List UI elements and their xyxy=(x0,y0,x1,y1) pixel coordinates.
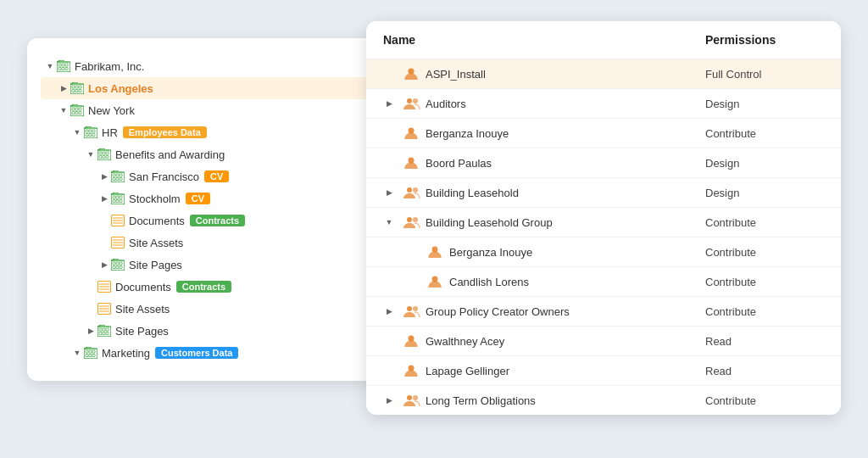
tree-item-stockholm[interactable]: ▶ StockholmCV xyxy=(41,187,370,209)
tree-label: Fabrikam, Inc. xyxy=(75,60,144,73)
permission-row[interactable]: ▶ Building LeaseholdDesign xyxy=(366,178,841,208)
tree-toggle[interactable]: ▶ xyxy=(98,193,110,204)
tree-toggle[interactable]: ▶ xyxy=(98,259,110,271)
perm-row-toggle[interactable]: ▶ xyxy=(383,99,395,108)
tree-label: Marketing xyxy=(102,347,150,360)
perm-name-text: ASPI_Install xyxy=(426,68,486,81)
tree-panel: ▼ Fabrikam, Inc.▶ Los Angeles▼ New York▼ xyxy=(27,38,383,381)
tree-item-fabrikam[interactable]: ▼ Fabrikam, Inc. xyxy=(41,55,370,77)
tree-toggle[interactable]: ▼ xyxy=(85,148,97,160)
permission-row[interactable]: Berganza InouyeContribute xyxy=(366,119,841,148)
perm-row-toggle[interactable]: ▼ xyxy=(383,218,395,226)
tree-label: Site Pages xyxy=(129,259,182,271)
tree-label: San Francisco xyxy=(129,170,199,183)
permissions-column-header: Permissions xyxy=(705,33,824,47)
tree-toggle[interactable]: ▼ xyxy=(71,126,83,138)
perm-row-toggle[interactable]: ▶ xyxy=(383,188,395,197)
folder-grid-icon xyxy=(70,81,85,95)
tree-item-hr[interactable]: ▼ HREmployees Data xyxy=(41,121,370,143)
svg-point-98 xyxy=(413,306,418,311)
tree-item-documents1[interactable]: DocumentsContracts xyxy=(41,209,370,232)
tree-item-san-francisco[interactable]: ▶ San FranciscoCV xyxy=(41,165,370,187)
perm-value: Contribute xyxy=(705,394,824,407)
perm-row-toggle[interactable]: ▶ xyxy=(383,396,395,405)
perm-name-cell: Boord Paulas xyxy=(383,155,705,170)
perm-value: Read xyxy=(705,365,824,377)
permission-row[interactable]: Boord PaulasDesign xyxy=(366,148,841,178)
tree-toggle[interactable] xyxy=(85,303,97,315)
permission-row[interactable]: Candlish LorensContribute xyxy=(366,267,841,297)
user-group-icon xyxy=(403,185,419,200)
folder-grid-icon xyxy=(83,126,98,139)
tree-item-los-angeles[interactable]: ▶ Los Angeles xyxy=(41,77,370,99)
perm-value: Design xyxy=(705,157,824,170)
tree-toggle[interactable]: ▼ xyxy=(44,60,56,72)
permissions-panel: Name Permissions ASPI_InstallFull Contro… xyxy=(366,21,841,415)
perm-name-text: Boord Paulas xyxy=(426,157,492,170)
perm-name-cell: Berganza Inouye xyxy=(383,244,705,260)
tree-toggle[interactable]: ▶ xyxy=(58,82,70,94)
perm-row-toggle[interactable]: ▶ xyxy=(383,307,395,316)
folder-grid-icon xyxy=(97,324,112,338)
folder-grid-icon xyxy=(83,346,98,360)
tree-item-site-pages1[interactable]: ▶ Site Pages xyxy=(41,254,370,276)
tree-item-site-assets2[interactable]: Site Assets xyxy=(41,298,370,320)
perm-name-text: Gwalthney Acey xyxy=(426,335,504,348)
tree-item-marketing[interactable]: ▼ MarketingCustomers Data xyxy=(41,342,370,364)
permission-row[interactable]: Berganza InouyeContribute xyxy=(366,237,841,267)
tree-badge: Contracts xyxy=(190,215,245,226)
tree-item-benefits[interactable]: ▼ Benefits and Awarding xyxy=(41,143,370,165)
perm-name-text: Berganza Inouye xyxy=(449,246,532,259)
permission-row[interactable]: ▶ Long Term ObligationsContribute xyxy=(366,386,841,415)
svg-point-101 xyxy=(407,395,412,400)
perm-name-text: Auditors xyxy=(426,98,466,110)
folder-grid-icon xyxy=(70,103,85,117)
tree-badge: Employees Data xyxy=(123,126,207,138)
list-icon-icon xyxy=(97,302,112,316)
perm-name-cell: ▶ Long Term Obligations xyxy=(383,393,705,408)
user-group-icon xyxy=(403,393,419,408)
tree-toggle[interactable]: ▶ xyxy=(85,325,97,337)
tree-label: Stockholm xyxy=(129,193,181,205)
permission-row[interactable]: ASPI_InstallFull Control xyxy=(366,59,841,89)
perm-value: Full Control xyxy=(705,68,824,81)
perm-name-text: Building Leasehold Group xyxy=(426,216,553,229)
perm-value: Design xyxy=(705,98,824,110)
tree-label: Documents xyxy=(129,215,185,227)
permission-row[interactable]: Gwalthney AceyRead xyxy=(366,327,841,356)
perm-value: Contribute xyxy=(705,127,824,140)
folder-grid-icon xyxy=(110,192,125,205)
tree-label: Los Angeles xyxy=(88,82,153,95)
tree-item-documents2[interactable]: DocumentsContracts xyxy=(41,276,370,298)
tree-toggle[interactable] xyxy=(98,237,110,249)
permission-row[interactable]: ▶ Group Policy Creator OwnersContribute xyxy=(366,297,841,327)
tree-item-new-york[interactable]: ▼ New York xyxy=(41,99,370,121)
permission-row[interactable]: ▶ AuditorsDesign xyxy=(366,89,841,119)
perm-name-cell: Candlish Lorens xyxy=(383,274,705,289)
svg-point-102 xyxy=(413,395,418,400)
tree-badge: CV xyxy=(204,170,229,182)
folder-grid-icon xyxy=(110,258,125,271)
user-single-icon xyxy=(427,274,442,289)
folder-grid-icon xyxy=(97,148,112,161)
perm-name-text: Lapage Gellinger xyxy=(426,365,509,377)
tree-toggle[interactable] xyxy=(98,215,110,226)
tree-item-site-pages2[interactable]: ▶ Site Pages xyxy=(41,320,370,342)
perm-name-cell: ▶ Auditors xyxy=(383,96,705,111)
tree-toggle[interactable]: ▶ xyxy=(98,170,110,182)
tree-toggle[interactable]: ▼ xyxy=(71,347,83,359)
folder-grid-icon xyxy=(110,170,125,183)
perm-value: Contribute xyxy=(705,216,824,229)
permission-row[interactable]: ▼ Building Leasehold GroupContribute xyxy=(366,208,841,237)
svg-point-94 xyxy=(413,217,418,222)
perm-name-text: Long Term Obligations xyxy=(426,394,536,407)
tree-item-site-assets1[interactable]: Site Assets xyxy=(41,232,370,254)
svg-point-93 xyxy=(407,217,412,222)
tree-badge: Customers Data xyxy=(155,347,238,359)
perm-name-cell: Lapage Gellinger xyxy=(383,363,705,378)
tree-toggle[interactable]: ▼ xyxy=(58,104,70,116)
perm-name-text: Building Leasehold xyxy=(426,187,519,199)
tree-toggle[interactable] xyxy=(85,281,97,293)
permission-row[interactable]: Lapage GellingerRead xyxy=(366,356,841,386)
svg-point-88 xyxy=(413,98,418,103)
